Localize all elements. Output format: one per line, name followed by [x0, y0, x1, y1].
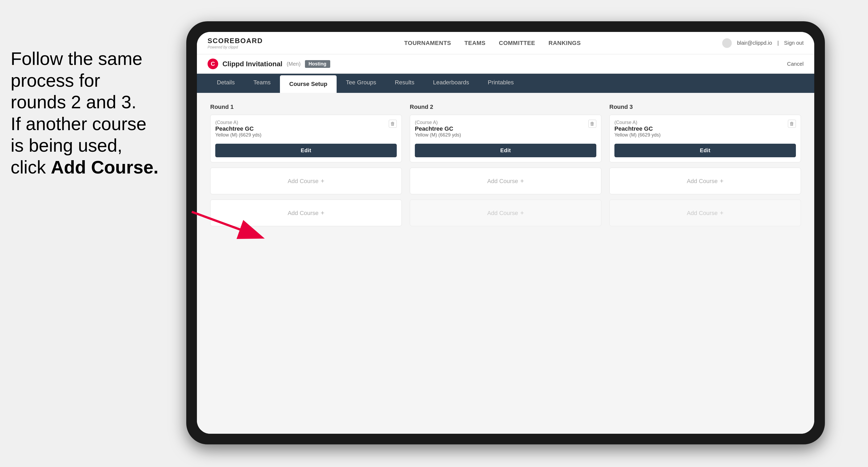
- instruction-line3: rounds 2 and 3.: [11, 92, 136, 112]
- round-3-add-course-1[interactable]: Add Course+: [609, 168, 801, 194]
- tournament-info: C Clippd Invitational (Men) Hosting: [208, 59, 330, 69]
- course-card-header: (Course A) Peachtree GC Yellow (M) (6629…: [215, 120, 397, 138]
- round-3-title: Round 3: [609, 103, 801, 111]
- course-name: Peachtree GC: [215, 125, 261, 132]
- round-3-column: Round 3 (Course A) Peachtree GC Yellow (…: [609, 103, 801, 231]
- course-name-2: Peachtree GC: [415, 125, 461, 132]
- course-details-2: Yellow (M) (6629 yds): [415, 132, 461, 138]
- tablet-device: SCOREBOARD Powered by clippd TOURNAMENTS…: [186, 21, 825, 444]
- add-course-label-5: Add Course+: [687, 177, 723, 185]
- user-avatar: [722, 38, 732, 48]
- round-2-course-card: (Course A) Peachtree GC Yellow (M) (6629…: [410, 115, 601, 162]
- add-course-label-6: Add Course+: [687, 209, 723, 217]
- course-label-2: (Course A): [415, 120, 461, 125]
- edit-course-button-2[interactable]: Edit: [415, 144, 596, 157]
- top-navigation: SCOREBOARD Powered by clippd TOURNAMENTS…: [197, 32, 814, 54]
- logo-area: SCOREBOARD Powered by clippd: [208, 37, 263, 49]
- instruction-line1: Follow the same: [11, 49, 142, 69]
- edit-course-button-3[interactable]: Edit: [614, 144, 796, 157]
- instruction-text: Follow the same process for rounds 2 and…: [0, 48, 173, 178]
- round-2-title: Round 2: [410, 103, 601, 111]
- nav-committee[interactable]: COMMITTEE: [499, 40, 535, 46]
- round-2-column: Round 2 (Course A) Peachtree GC Yellow (…: [410, 103, 601, 231]
- cancel-button[interactable]: Cancel: [787, 61, 804, 67]
- round-3-add-course-2: Add Course+: [609, 199, 801, 226]
- course-details-3: Yellow (M) (6629 yds): [614, 132, 660, 138]
- delete-course-button[interactable]: 🗑: [389, 120, 397, 128]
- tournament-gender: (Men): [287, 61, 301, 67]
- add-course-label-3: Add Course+: [487, 177, 524, 185]
- course-details: Yellow (M) (6629 yds): [215, 132, 261, 138]
- app-logo-sub: Powered by clippd: [208, 45, 263, 49]
- tournament-name: Clippd Invitational: [222, 60, 282, 68]
- round-2-add-course-1[interactable]: Add Course+: [410, 168, 601, 194]
- main-nav: TOURNAMENTS TEAMS COMMITTEE RANKINGS: [404, 40, 581, 46]
- round-1-column: Round 1 (Course A) Peachtree GC Yellow (…: [210, 103, 402, 231]
- nav-teams[interactable]: TEAMS: [464, 40, 486, 46]
- user-area: blair@clippd.io | Sign out: [722, 38, 804, 48]
- delete-course-button-2[interactable]: 🗑: [588, 120, 596, 128]
- round-1-add-course-1[interactable]: Add Course+: [210, 168, 402, 194]
- brand-logo: C: [208, 59, 218, 69]
- course-label-3: (Course A): [614, 120, 660, 125]
- round-1-course-card: (Course A) Peachtree GC Yellow (M) (6629…: [210, 115, 402, 162]
- sign-out-link[interactable]: Sign out: [784, 40, 804, 46]
- tab-results[interactable]: Results: [385, 74, 424, 93]
- tab-tee-groups[interactable]: Tee Groups: [337, 74, 385, 93]
- user-email: blair@clippd.io: [737, 40, 772, 46]
- round-1-add-course-2[interactable]: Add Course+: [210, 199, 402, 226]
- tab-leaderboards[interactable]: Leaderboards: [424, 74, 478, 93]
- tabs-bar: Details Teams Course Setup Tee Groups Re…: [197, 74, 814, 93]
- hosting-badge: Hosting: [305, 60, 330, 68]
- round-2-add-course-2: Add Course+: [410, 199, 601, 226]
- instruction-bold: Add Course.: [51, 157, 158, 177]
- app-logo: SCOREBOARD: [208, 37, 263, 45]
- nav-rankings[interactable]: RANKINGS: [549, 40, 581, 46]
- nav-tournaments[interactable]: TOURNAMENTS: [404, 40, 451, 46]
- tab-printables[interactable]: Printables: [478, 74, 523, 93]
- add-course-label-1: Add Course+: [288, 177, 324, 185]
- course-name-3: Peachtree GC: [614, 125, 660, 132]
- course-label: (Course A): [215, 120, 261, 125]
- sign-out-divider: |: [777, 40, 779, 46]
- delete-course-button-3[interactable]: 🗑: [788, 120, 796, 128]
- add-course-label-2: Add Course+: [288, 209, 324, 217]
- instruction-line5: is being used,: [11, 135, 122, 155]
- rounds-container: Round 1 (Course A) Peachtree GC Yellow (…: [210, 103, 801, 231]
- tab-details[interactable]: Details: [208, 74, 244, 93]
- edit-course-button[interactable]: Edit: [215, 144, 397, 157]
- add-course-label-4: Add Course+: [487, 209, 524, 217]
- round-1-title: Round 1: [210, 103, 402, 111]
- instruction-line4: If another course: [11, 114, 146, 134]
- round-3-course-card: (Course A) Peachtree GC Yellow (M) (6629…: [609, 115, 801, 162]
- sub-header: C Clippd Invitational (Men) Hosting Canc…: [197, 54, 814, 74]
- course-card-header-2: (Course A) Peachtree GC Yellow (M) (6629…: [415, 120, 596, 138]
- tab-teams[interactable]: Teams: [244, 74, 280, 93]
- course-card-header-3: (Course A) Peachtree GC Yellow (M) (6629…: [614, 120, 796, 138]
- tab-course-setup[interactable]: Course Setup: [280, 75, 337, 93]
- instruction-line2: process for: [11, 70, 100, 91]
- content-area: Round 1 (Course A) Peachtree GC Yellow (…: [197, 93, 814, 434]
- tablet-screen: SCOREBOARD Powered by clippd TOURNAMENTS…: [197, 32, 814, 434]
- instruction-line6: click: [11, 157, 51, 177]
